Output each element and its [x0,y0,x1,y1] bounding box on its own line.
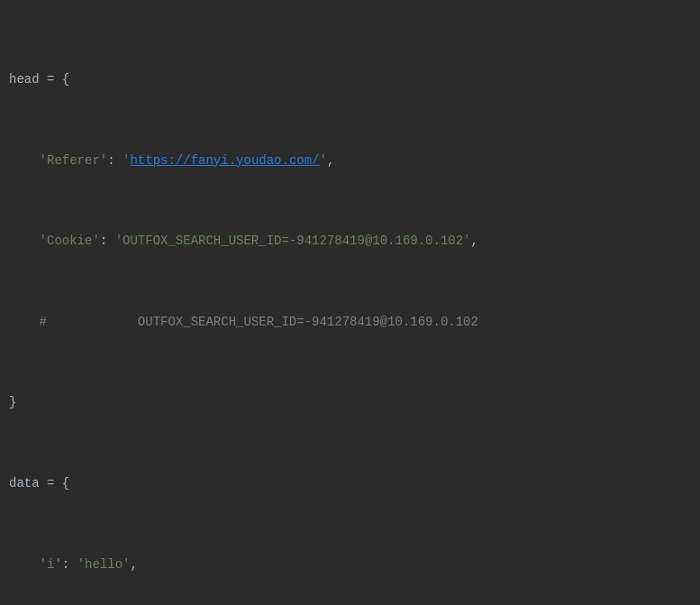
line-cookie: 'Cookie' : 'OUTFOX_SEARCH_USER_ID=-94127… [0,231,700,251]
i-key: 'i' [40,555,62,574]
code-block: head = { 'Referer' : 'https://fanyi.youd… [0,0,700,605]
referer-val-quote1: ' [123,151,130,170]
line-close-brace1: } [0,392,700,412]
line-referer: 'Referer' : 'https://fanyi.youdao.com/', [0,151,700,170]
comment-outfox: # OUTFOX_SEARCH_USER_ID=-941278419@10.16… [40,312,478,332]
referer-val-quote2: ' [320,151,327,170]
close-brace1: } [9,392,16,412]
line-head-def: head = { [0,69,700,89]
line-comment-outfox: # OUTFOX_SEARCH_USER_ID=-941278419@10.16… [0,312,700,332]
referer-key: 'Referer' [40,151,108,170]
data-keyword: data [9,473,40,493]
i-val: 'hello' [77,555,131,574]
cookie-val: 'OUTFOX_SEARCH_USER_ID=-941278419@10.169… [115,231,471,251]
line-data-def: data = { [0,473,700,493]
cookie-key: 'Cookie' [40,231,100,251]
referer-url: https://fanyi.youdao.com/ [130,151,319,170]
line-i-val: 'i' : 'hello', [0,555,700,574]
head-keyword: head [9,69,40,89]
